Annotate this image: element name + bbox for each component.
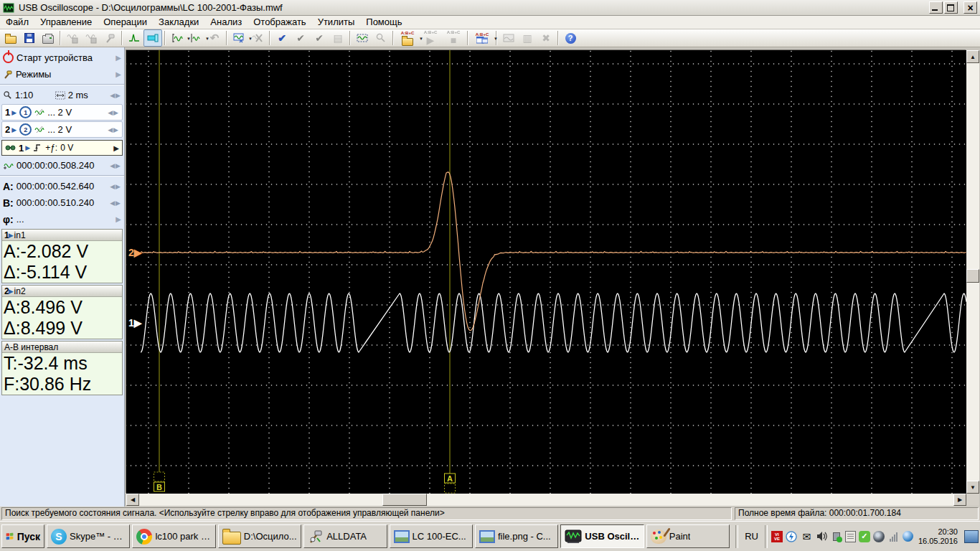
position-wave-icon xyxy=(3,161,14,170)
scroll-left-button[interactable]: ◀ xyxy=(126,494,139,506)
open-button[interactable] xyxy=(1,29,20,47)
accept-check-button: ✔ xyxy=(310,29,329,47)
power-manager-tray-icon[interactable] xyxy=(786,530,798,542)
measure-value: Δ:-5.114 V xyxy=(2,262,122,283)
channel2-marker[interactable]: 2▶ xyxy=(128,247,143,258)
messenger-tray-icon[interactable]: ✓ xyxy=(859,531,870,542)
volume-tray-icon[interactable] xyxy=(816,530,828,542)
channel1-trace xyxy=(141,293,966,352)
vertical-scrollbar[interactable]: ▲ ▼ xyxy=(966,50,979,494)
arrow-icon: ▶ xyxy=(25,144,30,151)
task-alldata[interactable]: ALLDATA xyxy=(303,524,387,548)
vertical-scroll-thumb[interactable] xyxy=(966,269,979,283)
start-button[interactable]: Пуск xyxy=(1,524,44,548)
clear-marks-button xyxy=(248,29,267,47)
chevron-right-icon[interactable]: ▶ xyxy=(116,70,121,78)
abc-open-button[interactable]: A:B+C xyxy=(396,29,419,47)
scroll-right-button[interactable]: ▶ xyxy=(953,494,966,506)
hammer-icon xyxy=(104,32,116,44)
mail-tray-icon[interactable]: ✉ xyxy=(801,530,813,542)
selection-tool-button[interactable] xyxy=(143,29,162,47)
skype-icon: S xyxy=(51,529,67,545)
maximize-button[interactable] xyxy=(944,1,958,14)
left-right-arrows-icon[interactable]: ◀▶ xyxy=(110,92,121,99)
left-right-arrows-icon[interactable]: ◀▶ xyxy=(110,183,121,190)
compress-signal-button[interactable] xyxy=(187,29,205,47)
chevron-right-icon[interactable]: ▶ xyxy=(116,54,121,62)
menu-help[interactable]: Помощь xyxy=(360,16,407,29)
abc-panel-button[interactable]: A:B+C xyxy=(471,29,494,47)
left-right-arrows-icon[interactable]: ◀▶ xyxy=(110,162,121,169)
position-row[interactable]: 000:00:00.508.240 ◀▶ xyxy=(0,157,124,174)
abc-panel-icon xyxy=(476,37,488,44)
zoom-sweep-row[interactable]: 1:10 2 ms ◀▶ xyxy=(0,87,124,103)
save-fragment-button xyxy=(82,29,100,47)
antivirus-tray-icon[interactable]: VIVE xyxy=(771,531,783,542)
start-device-row[interactable]: Старт устройства ▶ xyxy=(0,50,124,66)
view-mode-button[interactable] xyxy=(230,29,248,47)
scroll-down-button[interactable]: ▼ xyxy=(966,481,979,494)
usb-tray-icon[interactable] xyxy=(831,531,842,542)
expand-signal-button[interactable] xyxy=(168,29,187,47)
menu-utilities[interactable]: Утилиты xyxy=(312,16,361,29)
channel1-marker[interactable]: 1▶ xyxy=(128,317,143,329)
task-explorer[interactable]: D:\Осцило... xyxy=(218,524,301,548)
menu-file[interactable]: Файл xyxy=(0,16,34,29)
cursor-b-dash-box[interactable] xyxy=(154,472,165,481)
channel2-row[interactable]: 2▶ 2 ... 2 V ◀▶ xyxy=(1,121,123,138)
task-paint[interactable]: Paint xyxy=(646,524,730,548)
taskbar: Пуск S Skype™ - va... lc100 park n... D:… xyxy=(0,521,980,551)
select-fragment-button[interactable] xyxy=(353,29,372,47)
chevron-right-icon[interactable]: ▶ xyxy=(116,215,121,223)
task-label: file.png - C... xyxy=(498,531,551,542)
close-button[interactable] xyxy=(963,1,977,14)
help-button[interactable] xyxy=(561,29,580,47)
left-right-arrows-icon[interactable]: ◀▶ xyxy=(108,126,119,133)
arrow-icon: ▶ xyxy=(9,232,14,239)
task-image-viewer-2[interactable]: file.png - C... xyxy=(475,524,558,548)
task-image-viewer-1[interactable]: LC 100-EC... xyxy=(390,524,473,548)
blue-check-icon: ✔ xyxy=(278,32,286,44)
apply-check-button[interactable]: ✔ xyxy=(273,29,291,47)
cursor-a-row[interactable]: A: 000:00:00.542.640 ◀▶ xyxy=(0,178,124,194)
network-signal-tray-icon[interactable] xyxy=(887,532,900,542)
horizontal-scroll-thumb[interactable] xyxy=(382,494,427,506)
horizontal-scrollbar[interactable]: ◀ ▶ xyxy=(126,494,966,506)
menu-control[interactable]: Управление xyxy=(34,16,98,29)
task-chrome[interactable]: lc100 park n... xyxy=(132,524,215,548)
oscilloscope-display[interactable]: BA1▶2▶ xyxy=(126,50,966,494)
red-x-icon xyxy=(252,32,263,44)
edge-icon xyxy=(33,143,42,152)
report-icon: ▤ xyxy=(333,32,342,44)
phase-row[interactable]: φ: ... ▶ xyxy=(0,211,124,227)
language-indicator[interactable]: RU xyxy=(742,531,761,542)
main-area: Старт устройства ▶ Режимы ▶ 1:10 2 ms ◀▶… xyxy=(0,47,980,507)
capture-tray-icon[interactable] xyxy=(873,531,885,542)
clipboard-tray-icon[interactable] xyxy=(845,531,856,542)
menu-display[interactable]: Отображать xyxy=(248,16,311,29)
show-desktop-button[interactable] xyxy=(964,530,979,543)
task-skype[interactable]: S Skype™ - va... xyxy=(47,524,130,548)
round-button-tray-icon[interactable] xyxy=(903,531,913,542)
scroll-up-button[interactable]: ▲ xyxy=(966,50,979,63)
save-button[interactable] xyxy=(20,29,39,47)
menu-operations[interactable]: Операции xyxy=(98,16,153,29)
task-usb-oscilloscope[interactable]: USB Oscill... xyxy=(560,524,644,548)
single-capture-button[interactable] xyxy=(125,29,143,47)
channel2-number: 2 xyxy=(5,124,10,135)
left-right-arrows-icon[interactable]: ◀▶ xyxy=(108,109,119,116)
menu-analysis[interactable]: Анализ xyxy=(204,16,248,29)
chevron-right-icon[interactable]: ▶ xyxy=(113,144,119,152)
taskbar-clock[interactable]: 20:30 16.05.2016 xyxy=(915,527,961,546)
print-button[interactable] xyxy=(39,29,57,47)
left-right-arrows-icon[interactable]: ◀▶ xyxy=(110,199,121,207)
minimize-button[interactable] xyxy=(929,1,943,14)
cursor-b-row[interactable]: B: 000:00:00.510.240 ◀▶ xyxy=(0,194,124,211)
image-icon xyxy=(394,530,410,543)
modes-row[interactable]: Режимы ▶ xyxy=(0,66,124,83)
trigger-row[interactable]: 1▶ +ƒ: 0 V ▶ xyxy=(1,140,123,156)
channel1-row[interactable]: 1▶ 1 ... 2 V ◀▶ xyxy=(1,104,123,121)
cursor-a-dash-box[interactable] xyxy=(445,484,456,493)
menu-bookmarks[interactable]: Закладки xyxy=(153,16,204,29)
image-icon xyxy=(479,530,495,543)
